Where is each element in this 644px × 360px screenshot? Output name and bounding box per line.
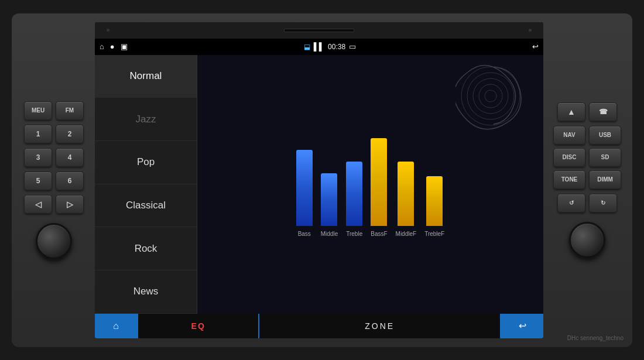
num-6-button[interactable]: 6 xyxy=(56,172,84,190)
signal-icon: ▌▌ xyxy=(314,42,324,51)
eq-menu-item-news[interactable]: News xyxy=(95,270,197,314)
battery-icon: ▭ xyxy=(349,42,356,51)
brightness-icon[interactable]: ● xyxy=(110,42,115,51)
eq-bar-bass-bar[interactable] xyxy=(296,150,313,226)
indicator-dot-right xyxy=(529,29,532,32)
watermark: DHc senneng_techno xyxy=(567,335,624,341)
eq-menu: Normal Jazz Pop Classical Rock News xyxy=(95,55,197,314)
eq-bar-treblef-wrapper xyxy=(426,126,443,226)
eq-display: Bass Middle xyxy=(197,55,543,314)
left-knob[interactable] xyxy=(36,223,72,259)
eq-bar-treblef-bar[interactable] xyxy=(426,176,443,226)
svg-point-4 xyxy=(485,90,496,102)
prev-button[interactable]: ◁ xyxy=(24,195,52,214)
dimm-button[interactable]: DIMM xyxy=(589,170,621,189)
status-center: ⬓ ▌▌ 00:38 ▭ xyxy=(131,42,529,51)
num-row-2: 3 4 xyxy=(24,148,84,167)
num-5-button[interactable]: 5 xyxy=(24,172,52,190)
screenshot-icon[interactable]: ▣ xyxy=(121,42,128,51)
arrow-row: ◁ ▷ xyxy=(24,195,84,214)
num-4-button[interactable]: 4 xyxy=(56,148,84,167)
eq-bar-middle-wrapper xyxy=(321,126,337,226)
meu-button[interactable]: MEU xyxy=(24,101,52,120)
eq-label-treble: Treble xyxy=(346,231,362,237)
disc-button[interactable]: DISC xyxy=(553,148,585,167)
eq-bar-middle-bar[interactable] xyxy=(321,173,337,226)
num-1-button[interactable]: 1 xyxy=(24,125,52,143)
status-icons-right: ↩ xyxy=(532,42,539,51)
screen: ⌂ ● ▣ ⬓ ▌▌ 00:38 ▭ ↩ Normal xyxy=(95,39,543,338)
eq-bar-middle: Middle xyxy=(321,126,338,237)
eq-menu-item-classical[interactable]: Classical xyxy=(95,184,197,228)
main-content: Normal Jazz Pop Classical Rock News xyxy=(95,55,543,314)
num-row-1: 1 2 xyxy=(24,125,84,143)
svg-point-1 xyxy=(467,73,514,119)
eq-bar-bass-wrapper xyxy=(296,126,313,226)
bottom-eq-button[interactable]: EQ xyxy=(138,314,258,338)
eq-label-bass: Bass xyxy=(298,231,311,237)
back-nav-icon[interactable]: ↩ xyxy=(532,42,539,51)
eject-button[interactable]: ▲ xyxy=(557,102,585,121)
indicator-dot-left xyxy=(107,29,109,32)
eq-label-treblef: TrebleF xyxy=(424,231,444,237)
eq-label-middlef: MiddleF xyxy=(396,231,417,237)
status-icons-left: ⌂ ● ▣ xyxy=(100,42,128,51)
eq-bar-treble-wrapper xyxy=(346,126,362,226)
sd-button[interactable]: SD xyxy=(589,148,621,167)
top-button-row: MEU FM xyxy=(24,101,84,120)
right-grid: NAV USB DISC SD TONE DIMM xyxy=(553,126,621,189)
time-display: 00:38 xyxy=(328,43,345,51)
eq-menu-item-pop[interactable]: Pop xyxy=(95,141,197,184)
eq-menu-item-normal[interactable]: Normal xyxy=(95,55,197,98)
right-knob[interactable] xyxy=(569,222,605,258)
tone-button[interactable]: TONE xyxy=(553,170,585,189)
redo-button[interactable]: ↻ xyxy=(589,194,617,212)
home-nav-icon[interactable]: ⌂ xyxy=(100,42,104,51)
phone-button[interactable]: ☎ xyxy=(589,102,617,121)
left-panel: MEU FM 1 2 3 4 5 6 ◁ ▷ xyxy=(19,101,89,259)
eq-bar-middlef-bar[interactable] xyxy=(398,162,414,226)
svg-point-0 xyxy=(461,67,520,125)
bluetooth-icon: ⬓ xyxy=(304,43,310,51)
bottom-home-button[interactable]: ⌂ xyxy=(95,314,137,338)
next-button[interactable]: ▷ xyxy=(56,195,84,214)
nav-button[interactable]: NAV xyxy=(553,126,585,145)
eq-bar-bassf-bar[interactable] xyxy=(371,138,387,226)
right-bottom-row: ↺ ↻ xyxy=(557,194,617,212)
cd-slot xyxy=(284,29,354,32)
undo-button[interactable]: ↺ xyxy=(557,194,585,212)
num-row-3: 5 6 xyxy=(24,172,84,190)
bottom-back-button[interactable]: ↩ xyxy=(501,314,543,338)
cd-slot-area xyxy=(95,22,543,39)
num-3-button[interactable]: 3 xyxy=(24,148,52,167)
eq-bar-bassf-wrapper xyxy=(371,126,387,226)
svg-point-3 xyxy=(479,84,502,108)
eq-bar-middlef-wrapper xyxy=(398,126,414,226)
eq-bar-middlef: MiddleF xyxy=(396,126,417,237)
eq-label-bassf: BassF xyxy=(371,231,387,237)
bottom-bar: ⌂ EQ ZONE ↩ xyxy=(95,314,543,338)
right-top-row: ▲ ☎ xyxy=(557,102,617,121)
head-unit: MEU FM 1 2 3 4 5 6 ◁ ▷ xyxy=(12,13,632,347)
eq-bar-treble: Treble xyxy=(346,126,362,237)
num-2-button[interactable]: 2 xyxy=(56,125,84,143)
eq-menu-item-rock[interactable]: Rock xyxy=(95,227,197,270)
eq-menu-item-jazz[interactable]: Jazz xyxy=(95,98,197,141)
eq-bars-container: Bass Middle xyxy=(209,120,532,237)
eq-bar-bassf: BassF xyxy=(371,126,387,237)
eq-bar-treblef: TrebleF xyxy=(424,126,444,237)
status-bar: ⌂ ● ▣ ⬓ ▌▌ 00:38 ▭ ↩ xyxy=(95,39,543,55)
usb-button[interactable]: USB xyxy=(589,126,621,145)
svg-point-2 xyxy=(473,78,508,114)
screen-container: ⌂ ● ▣ ⬓ ▌▌ 00:38 ▭ ↩ Normal xyxy=(95,22,543,338)
eq-bar-bass: Bass xyxy=(296,126,313,237)
fm-button[interactable]: FM xyxy=(56,101,84,120)
eq-bar-treble-bar[interactable] xyxy=(346,162,362,226)
bottom-zone-button[interactable]: ZONE xyxy=(259,314,500,338)
right-panel: ▲ ☎ NAV USB DISC SD TONE DIMM ↺ ↻ xyxy=(549,102,625,258)
eq-label-middle: Middle xyxy=(321,231,338,237)
